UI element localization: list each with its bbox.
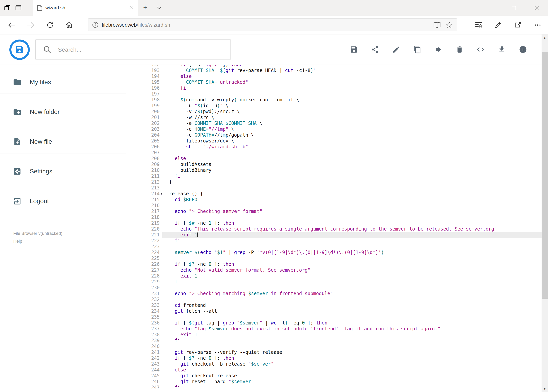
code-line[interactable]: 243 git checkout -b release "$semver" bbox=[126, 361, 541, 367]
code-line[interactable]: 232 bbox=[126, 297, 541, 302]
code-line[interactable]: 225 bbox=[126, 256, 541, 261]
code-line[interactable]: 209 buildAssets bbox=[126, 162, 541, 168]
fold-marker-icon[interactable]: ▾ bbox=[160, 191, 163, 197]
code-line[interactable]: 224 semver=$(echo "$1" | grep -P '^v(0|[… bbox=[126, 250, 541, 256]
download-button[interactable] bbox=[491, 39, 512, 60]
code-line[interactable]: 201 -w //src \ bbox=[126, 115, 541, 120]
sidebar-item-my-files[interactable]: My files bbox=[0, 74, 126, 91]
code-line[interactable]: 199 -u "$(id -u)" \ bbox=[126, 103, 541, 109]
code-line[interactable]: 197 bbox=[126, 91, 541, 97]
code-line[interactable]: 246 git reset --hard "$semver" bbox=[126, 379, 541, 385]
code-line[interactable]: 198 $(command -v winpty) docker run --rm… bbox=[126, 97, 541, 103]
reading-view-button[interactable] bbox=[434, 22, 441, 28]
code-line[interactable]: 195 COMMIT_SHA="untracked" bbox=[126, 79, 541, 85]
code-line[interactable]: 212} bbox=[126, 179, 541, 185]
share-button[interactable] bbox=[508, 16, 528, 34]
sidebar-item-settings[interactable]: Settings bbox=[0, 163, 126, 180]
code-line[interactable]: 205 filebrowser/dev \ bbox=[126, 138, 541, 144]
scrollbar-thumb[interactable] bbox=[542, 52, 548, 299]
code-line[interactable]: 234 git fetch --all bbox=[126, 308, 541, 314]
code-line[interactable]: 233 cd frontend bbox=[126, 302, 541, 308]
new-tab-button[interactable]: + bbox=[138, 0, 152, 16]
save-button[interactable] bbox=[343, 39, 364, 60]
rename-button[interactable] bbox=[386, 39, 407, 60]
code-line[interactable]: 214▾release () { bbox=[126, 191, 541, 197]
minimize-button[interactable] bbox=[480, 0, 503, 16]
web-notes-button[interactable] bbox=[489, 16, 508, 34]
scroll-up-arrow[interactable]: ▲ bbox=[541, 35, 548, 41]
home-button[interactable] bbox=[59, 16, 79, 34]
browser-tab[interactable]: wizard.sh bbox=[33, 0, 138, 16]
copy-button[interactable] bbox=[407, 39, 428, 60]
code-line[interactable]: 211 fi bbox=[126, 173, 541, 179]
set-tabs-aside-button[interactable] bbox=[4, 4, 11, 11]
more-button[interactable] bbox=[528, 16, 547, 34]
raw-code-button[interactable] bbox=[470, 39, 491, 60]
refresh-button[interactable] bbox=[40, 16, 59, 34]
code-line[interactable]: 216 bbox=[126, 203, 541, 209]
code-line[interactable]: 207 bbox=[126, 150, 541, 156]
code-line[interactable]: 245 git checkout release bbox=[126, 373, 541, 379]
tab-list-chevron-button[interactable] bbox=[152, 0, 166, 16]
code-line[interactable]: 220 echo "This release script requires a… bbox=[126, 226, 541, 232]
tabs-preview-button[interactable] bbox=[15, 4, 22, 11]
code-line[interactable]: 202 -e COMMIT_SHA=$COMMIT_SHA \ bbox=[126, 120, 541, 126]
help-link[interactable]: Help bbox=[13, 239, 22, 244]
code-line[interactable]: 219 if [ $# -ne 1 ]; then bbox=[126, 220, 541, 226]
code-line[interactable]: 196 fi bbox=[126, 85, 541, 91]
code-line[interactable]: 193 COMMIT_SHA="$(git rev-parse HEAD | c… bbox=[126, 68, 541, 74]
maximize-button[interactable] bbox=[503, 0, 525, 16]
page-scrollbar[interactable]: ▲ ▼ bbox=[541, 35, 548, 392]
code-line[interactable]: 192 if [ -d ".git" ]; then bbox=[126, 65, 541, 68]
code-line[interactable]: 241 git rev-parse --verify --quiet relea… bbox=[126, 350, 541, 355]
hub-button[interactable] bbox=[469, 16, 489, 34]
code-line[interactable]: 242 if [ $? -ne 0 ]; then bbox=[126, 355, 541, 361]
close-button[interactable] bbox=[525, 0, 548, 16]
tab-close-button[interactable] bbox=[128, 5, 134, 11]
code-line[interactable]: 240 bbox=[126, 344, 541, 350]
forward-button[interactable] bbox=[21, 16, 40, 34]
code-line[interactable]: 221 exit 1 bbox=[126, 232, 541, 238]
code-line[interactable]: 210 buildBinary bbox=[126, 168, 541, 173]
search-input[interactable] bbox=[57, 46, 215, 53]
code-line[interactable]: 215 cd $REPO bbox=[126, 197, 541, 203]
scroll-down-arrow[interactable]: ▼ bbox=[541, 385, 548, 392]
site-info-icon[interactable] bbox=[92, 22, 98, 28]
info-button[interactable] bbox=[512, 39, 534, 60]
code-line[interactable]: 247 fi bbox=[126, 385, 541, 391]
sidebar-item-logout[interactable]: Logout bbox=[0, 193, 126, 210]
move-button[interactable] bbox=[428, 39, 449, 60]
code-line[interactable]: 239 fi bbox=[126, 338, 541, 344]
share-file-button[interactable] bbox=[364, 39, 386, 60]
favorite-star-button[interactable] bbox=[446, 22, 453, 28]
code-line[interactable]: 194 else bbox=[126, 74, 541, 79]
code-line[interactable]: 217 echo "> Checking semver format" bbox=[126, 209, 541, 215]
code-line[interactable]: 222 fi bbox=[126, 238, 541, 244]
code-line[interactable]: 200 -v /$(pwd):/src:z \ bbox=[126, 109, 541, 115]
sidebar-item-new-folder[interactable]: New folder bbox=[0, 103, 126, 120]
code-line[interactable]: 227 echo "Not valid semver format. See s… bbox=[126, 267, 541, 273]
code-line[interactable]: 223 bbox=[126, 244, 541, 250]
delete-button[interactable] bbox=[449, 39, 470, 60]
code-line[interactable]: 238 exit 1 bbox=[126, 332, 541, 338]
address-bar[interactable]: filebrowser.web/files/wizard.sh bbox=[88, 18, 457, 31]
code-line[interactable]: 226 if [ $? -ne 0 ]; then bbox=[126, 261, 541, 267]
code-line[interactable]: 230 bbox=[126, 285, 541, 291]
code-line[interactable]: 244 else bbox=[126, 367, 541, 373]
back-button[interactable] bbox=[2, 16, 21, 34]
code-editor[interactable]: 192 if [ -d ".git" ]; then193 COMMIT_SHA… bbox=[126, 65, 541, 392]
code-line[interactable]: 237 echo "Tag $semver does not exist in … bbox=[126, 326, 541, 332]
code-line[interactable]: 218 bbox=[126, 215, 541, 220]
code-line[interactable]: 208 else bbox=[126, 156, 541, 162]
code-line[interactable]: 203 -e HOME="//tmp" \ bbox=[126, 126, 541, 132]
code-line[interactable]: 228 exit 1 bbox=[126, 273, 541, 279]
sidebar-item-new-file[interactable]: New file bbox=[0, 133, 126, 150]
code-line[interactable]: 236 if [ $(git tag | grep "$semver" | wc… bbox=[126, 320, 541, 326]
search-box[interactable] bbox=[35, 39, 231, 60]
code-line[interactable]: 235 bbox=[126, 314, 541, 320]
code-line[interactable]: 206 sh -c "./wizard.sh -b" bbox=[126, 144, 541, 150]
code-line[interactable]: 231 echo "> Checking matching $semver in… bbox=[126, 291, 541, 297]
code-line[interactable]: 204 -e GOPATH=//tmp/gopath \ bbox=[126, 132, 541, 138]
code-line[interactable]: 229 fi bbox=[126, 279, 541, 285]
code-line[interactable]: 213 bbox=[126, 185, 541, 191]
